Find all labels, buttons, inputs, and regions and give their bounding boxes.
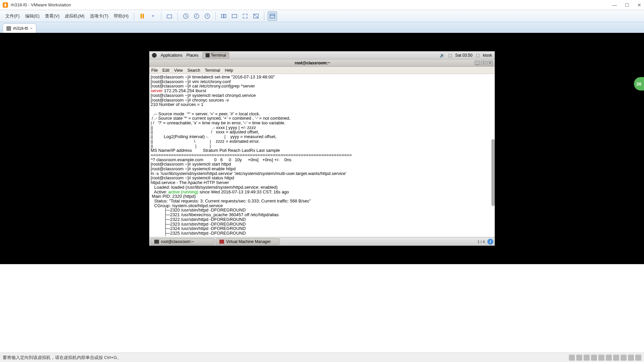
vmm-task-icon	[219, 240, 224, 244]
menu-help[interactable]: 帮助(H)	[112, 12, 130, 20]
app-icon: ▮	[3, 2, 8, 8]
library-button[interactable]	[268, 11, 277, 21]
terminal-task-icon	[154, 240, 159, 244]
pause-button[interactable]	[138, 11, 147, 21]
tray-network-icon[interactable]	[584, 355, 590, 361]
clock-back-icon	[193, 13, 200, 19]
vm-display-area[interactable]: Applications Places Terminal 🔊 ⬚ Sat 03:…	[0, 33, 644, 264]
user-icon: ⬚	[476, 53, 480, 58]
separator	[215, 12, 216, 20]
gnome-bottom-panel: root@classroom:~ Virtual Machine Manager…	[149, 237, 495, 246]
tray-floppy-icon[interactable]	[621, 355, 627, 361]
term-menu-view[interactable]: View	[174, 68, 183, 73]
gnome-places-menu[interactable]: Places	[186, 53, 199, 58]
terminal-window: root@classroom:~ _ ▫ × File Edit View Se…	[149, 59, 495, 237]
menu-edit[interactable]: 编辑(E)	[23, 12, 42, 20]
unity-icon	[253, 13, 259, 19]
power-dropdown[interactable]: ▼	[148, 11, 158, 21]
tray-sound-icon[interactable]	[598, 355, 604, 361]
screen-single-icon	[231, 13, 238, 19]
separator	[134, 12, 134, 20]
separator	[264, 12, 264, 20]
info-icon[interactable]: i	[487, 239, 493, 245]
vmware-statusbar: 要将输入定向到该虚拟机，请在虚拟机内部单击或按 Ctrl+G。	[0, 353, 644, 362]
term-menu-help[interactable]: Help	[225, 68, 233, 73]
network-icon[interactable]: ⬚	[448, 53, 452, 58]
terminal-app-icon	[206, 53, 210, 57]
gnome-app-label: Terminal	[211, 53, 226, 58]
tab-vm[interactable]: rh318-f0 ×	[3, 23, 36, 33]
minimize-button[interactable]: —	[612, 2, 617, 8]
tray-cdrom-icon[interactable]	[576, 355, 582, 361]
scrollbar[interactable]	[491, 139, 495, 206]
view-mode-1-button[interactable]	[219, 11, 228, 21]
tray-display-icon[interactable]	[613, 355, 619, 361]
fullscreen-icon	[242, 13, 249, 19]
clock-icon	[182, 13, 189, 19]
tray-harddisk-icon[interactable]	[569, 355, 575, 361]
terminal-menubar: File Edit View Search Terminal Help	[149, 67, 495, 74]
menu-vm[interactable]: 虚拟机(M)	[63, 12, 87, 20]
screen-icon	[220, 13, 227, 19]
terminal-output[interactable]: [root@classroom ~]# timedatectl set-time…	[149, 74, 495, 237]
taskbar-item-terminal[interactable]: root@classroom:~	[151, 238, 214, 245]
menu-file[interactable]: 文件(F)	[3, 12, 22, 20]
term-menu-file[interactable]: File	[151, 68, 158, 73]
clock-manage-icon	[204, 13, 211, 19]
svg-rect-4	[221, 14, 223, 18]
svg-rect-6	[232, 14, 237, 18]
gnome-applications-menu[interactable]: Applications	[161, 53, 182, 58]
send-ctrl-alt-del-button[interactable]	[165, 11, 174, 21]
svg-rect-0	[167, 15, 172, 18]
view-mode-2-button[interactable]	[230, 11, 239, 21]
terminal-close-button[interactable]: ×	[487, 61, 493, 65]
workspace-indicator[interactable]: 1 / 4	[478, 240, 485, 244]
term-menu-search[interactable]: Search	[187, 68, 200, 73]
tray-printer-icon[interactable]	[591, 355, 597, 361]
terminal-maximize-button[interactable]: ▫	[481, 61, 486, 65]
gnome-foot-icon	[152, 53, 157, 58]
revert-button[interactable]	[192, 11, 201, 21]
close-button[interactable]: ✕	[637, 2, 641, 8]
keys-icon	[166, 13, 173, 19]
fullscreen-button[interactable]	[240, 11, 250, 21]
taskbar-item-vmm[interactable]: Virtual Machine Manager	[216, 238, 279, 245]
window-titlebar: ▮ rh318-f0 - VMware Workstation — ☐ ✕	[0, 0, 644, 10]
tab-label: rh318-f0	[13, 26, 28, 31]
gnome-active-app[interactable]: Terminal	[203, 52, 229, 58]
vm-tab-icon	[6, 26, 11, 31]
separator	[177, 12, 178, 20]
library-icon	[269, 13, 276, 19]
tab-close-button[interactable]: ×	[30, 26, 33, 31]
status-message: 要将输入定向到该虚拟机，请在虚拟机内部单击或按 Ctrl+G。	[3, 355, 569, 361]
gnome-top-panel: Applications Places Terminal 🔊 ⬚ Sat 03:…	[149, 51, 495, 59]
snapshot-button[interactable]	[181, 11, 191, 21]
snapshot-manager-button[interactable]	[203, 11, 212, 21]
menu-tabs[interactable]: 选项卡(T)	[88, 12, 111, 20]
separator	[161, 12, 161, 20]
terminal-minimize-button[interactable]: _	[475, 61, 480, 65]
volume-icon[interactable]: 🔊	[440, 53, 445, 58]
task-label: Virtual Machine Manager	[226, 239, 271, 244]
svg-rect-9	[270, 14, 275, 18]
task-label: root@classroom:~	[161, 239, 194, 244]
term-menu-terminal[interactable]: Terminal	[205, 68, 220, 73]
vmware-tabbar: rh318-f0 ×	[0, 22, 644, 33]
svg-rect-5	[224, 14, 226, 18]
menu-view[interactable]: 查看(V)	[43, 12, 61, 20]
svg-line-8	[254, 14, 258, 18]
terminal-title: root@classroom:~	[151, 61, 474, 65]
clock-label[interactable]: Sat 03:50	[455, 53, 472, 58]
unity-button[interactable]	[251, 11, 261, 21]
tray-folder-icon[interactable]	[635, 355, 641, 361]
tray-usb-icon[interactable]	[606, 355, 612, 361]
tray-message-icon[interactable]	[628, 355, 634, 361]
terminal-titlebar[interactable]: root@classroom:~ _ ▫ ×	[149, 59, 495, 67]
term-menu-edit[interactable]: Edit	[162, 68, 169, 73]
status-tray	[569, 355, 641, 361]
window-title: rh318-f0 - VMware Workstation	[11, 2, 612, 7]
maximize-button[interactable]: ☐	[625, 2, 629, 8]
gnome-desktop: Applications Places Terminal 🔊 ⬚ Sat 03:…	[149, 51, 495, 246]
vmware-menubar: 文件(F) 编辑(E) 查看(V) 虚拟机(M) 选项卡(T) 帮助(H) ▼	[0, 10, 644, 22]
user-label[interactable]: kiosk	[483, 53, 492, 58]
